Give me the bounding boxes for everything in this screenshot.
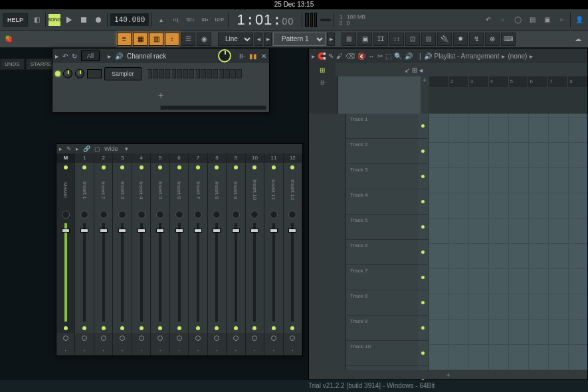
- step[interactable]: [195, 69, 200, 78]
- debug-button[interactable]: ✸: [453, 33, 468, 46]
- insert-strip[interactable]: Insert 2: [94, 163, 113, 333]
- channel-rack-window[interactable]: ▸ ↶ ↻ All ▸ 🔊 Channel rack ⊪ ▮▮ ✕ Sample…: [52, 48, 270, 113]
- render-icon[interactable]: ◯: [512, 14, 524, 26]
- save-icon[interactable]: ▫: [497, 14, 509, 26]
- channel-pan-knob[interactable]: [63, 69, 72, 78]
- speaker-icon[interactable]: 🔊: [115, 52, 123, 60]
- track-header[interactable]: Track 8: [346, 290, 418, 316]
- help-button[interactable]: HELP: [3, 13, 28, 27]
- countdown-icon[interactable]: ıЦ: [169, 14, 181, 26]
- menu-icon[interactable]: ↶: [62, 52, 68, 60]
- channel-route[interactable]: [87, 69, 102, 78]
- insert-strip[interactable]: Insert 5: [151, 163, 169, 333]
- channel-led[interactable]: [55, 71, 60, 76]
- snap-play[interactable]: ▸: [264, 33, 272, 46]
- track-mute-dot[interactable]: [418, 139, 428, 164]
- metronome-icon[interactable]: ▴: [155, 14, 167, 26]
- channel-vol-knob[interactable]: [75, 69, 84, 78]
- loop-icon[interactable]: ↻: [72, 52, 77, 60]
- channel-rack-header[interactable]: ▸ ↶ ↻ All ▸ 🔊 Channel rack ⊪ ▮▮ ✕: [52, 49, 269, 63]
- mixer-link-icon[interactable]: 🔗: [83, 146, 90, 152]
- record-button[interactable]: [92, 14, 104, 26]
- pl-select-icon[interactable]: ⬚: [385, 52, 391, 60]
- track-mute-dot[interactable]: [418, 164, 428, 189]
- snap-prev[interactable]: ◂: [254, 33, 262, 46]
- recording-button[interactable]: ⊡: [405, 33, 420, 46]
- master-strip[interactable]: Master: [56, 163, 75, 333]
- script-button[interactable]: ↯: [469, 33, 484, 46]
- fruit-icon[interactable]: 🍓: [3, 33, 15, 45]
- track-header[interactable]: Track 1: [346, 114, 418, 139]
- step[interactable]: [159, 69, 164, 78]
- blend-icon[interactable]: Ш•: [199, 14, 211, 26]
- pl-speaker-icon[interactable]: 🔊: [424, 52, 432, 60]
- insert-strip[interactable]: Insert 11: [264, 163, 283, 333]
- pl-zoom-icon[interactable]: 🔍: [394, 52, 402, 60]
- pl-slip-icon[interactable]: ↔: [368, 52, 375, 60]
- step[interactable]: [165, 69, 170, 78]
- settings-icon[interactable]: ▣: [541, 14, 553, 26]
- mixer-header[interactable]: ▸ ✎ ▸ 🔗 ▢ Wide ▾: [56, 144, 302, 153]
- macros-button[interactable]: ⊗: [485, 33, 500, 46]
- mixer-window[interactable]: ▸ ✎ ▸ 🔗 ▢ Wide ▾ M123456789101112 Master…: [56, 144, 303, 356]
- undo-icon[interactable]: ↶: [482, 14, 494, 26]
- graph-icon[interactable]: ▮▮: [249, 52, 257, 60]
- step[interactable]: [177, 69, 182, 78]
- insert-strip[interactable]: Insert 12: [284, 163, 302, 333]
- step[interactable]: [171, 69, 176, 78]
- track-mute-dot[interactable]: [418, 114, 428, 139]
- step[interactable]: [231, 69, 236, 78]
- track-header[interactable]: Track 3: [346, 164, 418, 189]
- pattern-select[interactable]: Pattern 1: [273, 33, 326, 46]
- playlist-header[interactable]: ▸ 🧲 ✎ 🖌 ⌫ 🔇 ↔ ✂ ⬚ 🔍 🔊 | 🔊 Playlist - Arr…: [309, 49, 587, 63]
- track-mute-dot[interactable]: [418, 290, 428, 316]
- step[interactable]: [225, 69, 230, 78]
- loop-icon[interactable]: ШΦ: [213, 14, 225, 26]
- track-mute-dot[interactable]: [418, 240, 428, 265]
- playlist-view-button[interactable]: ≡: [117, 33, 132, 46]
- add-channel-button[interactable]: +: [52, 84, 269, 106]
- channel-name-button[interactable]: Sampler: [104, 67, 142, 80]
- pl-zoom-controls[interactable]: ↙⊞◂: [402, 63, 431, 76]
- cloud-button[interactable]: ☁: [571, 33, 585, 46]
- midi-settings-button[interactable]: ↕↕: [389, 33, 404, 46]
- account-icon[interactable]: 👤: [573, 14, 585, 26]
- step[interactable]: [147, 69, 152, 78]
- pl-slice-icon[interactable]: ✂: [377, 52, 383, 60]
- channel-rack-view-button[interactable]: ▥: [149, 33, 163, 46]
- pl-picker-tab[interactable]: ⊪: [309, 76, 338, 114]
- playlist-grid[interactable]: [429, 114, 587, 370]
- pl-picker-add[interactable]: +: [421, 76, 429, 114]
- playlist-window[interactable]: ▸ 🧲 ✎ 🖌 ⌫ 🔇 ↔ ✂ ⬚ 🔍 🔊 | 🔊 Playlist - Arr…: [308, 48, 588, 380]
- browser-tab-sounds[interactable]: UNDS: [0, 58, 25, 70]
- tools-button[interactable]: ⊟: [421, 33, 436, 46]
- mixer-brush-icon[interactable]: ✎: [66, 146, 72, 152]
- wait-icon[interactable]: 32♪: [184, 14, 196, 26]
- track-header[interactable]: Track 10: [346, 341, 418, 366]
- arrangement-name[interactable]: (none): [508, 52, 527, 60]
- channel-filter[interactable]: All: [81, 50, 100, 61]
- insert-strip[interactable]: Insert 6: [170, 163, 189, 333]
- add-track-button[interactable]: +: [309, 370, 587, 379]
- step[interactable]: [189, 69, 194, 78]
- track-mute-dot[interactable]: [418, 215, 428, 240]
- plugin-db-button[interactable]: ⵊⵊ: [373, 33, 388, 46]
- step[interactable]: [237, 69, 242, 78]
- pl-draw-icon[interactable]: ✎: [328, 52, 334, 60]
- insert-strip[interactable]: Insert 1: [75, 163, 94, 333]
- pl-magnet-icon[interactable]: 🧲: [318, 52, 326, 60]
- insert-strip[interactable]: Insert 9: [227, 163, 245, 333]
- info-icon[interactable]: ○: [555, 14, 567, 26]
- playlist-ruler[interactable]: 2345678: [429, 76, 587, 87]
- insert-strip[interactable]: Insert 10: [246, 163, 264, 333]
- plugin-button[interactable]: 🔌: [437, 33, 452, 46]
- pl-menu-icon[interactable]: ▸: [312, 52, 315, 60]
- track-mute-dot[interactable]: [418, 341, 428, 366]
- snap-select[interactable]: Line: [218, 33, 253, 46]
- mixer-view-label[interactable]: Wide: [104, 146, 118, 152]
- piano-roll-view-button[interactable]: ▦: [133, 33, 147, 46]
- close-icon[interactable]: ✕: [261, 52, 266, 60]
- track-header[interactable]: Track 2: [346, 139, 418, 164]
- track-header[interactable]: Track 6: [346, 240, 418, 265]
- swing-knob[interactable]: [218, 49, 231, 62]
